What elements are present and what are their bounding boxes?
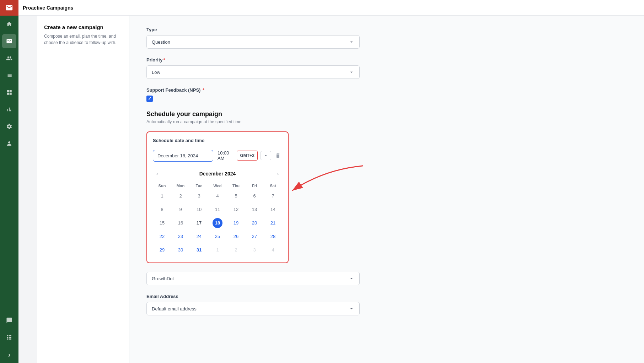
delete-schedule-button[interactable] (274, 150, 282, 161)
calendar-day[interactable]: 23 (171, 230, 190, 243)
calendar-day[interactable]: 14 (264, 203, 282, 216)
type-field-group: Type Question (146, 27, 627, 49)
calendar-day[interactable]: 1 (153, 189, 171, 203)
main-content: Type Question Priority* Low Support Feed… (129, 16, 644, 363)
schedule-section: Schedule your campaign Automatically run… (146, 110, 627, 263)
nps-label: Support Feedback (NPS) * (146, 87, 627, 93)
chevron-down-icon (349, 69, 354, 75)
cal-header-sun: Sun (153, 182, 171, 189)
schedule-desc: Automatically run a campaign at the spec… (146, 119, 627, 124)
cal-header-mon: Mon (171, 182, 190, 189)
calendar-day[interactable]: 11 (208, 203, 227, 216)
calendar-day[interactable]: 25 (208, 230, 227, 243)
schedule-wrapper: Schedule date and time 10:00 AM GMT+2 (146, 131, 289, 263)
calendar-day[interactable]: 18 (208, 216, 227, 230)
calendar-day[interactable]: 4 (264, 243, 282, 257)
calendar-day[interactable]: 3 (245, 243, 264, 257)
calendar-day[interactable]: 17 (190, 216, 208, 230)
calendar: ‹ December 2024 › Sun Mon Tue Wed (153, 169, 282, 257)
cal-header-thu: Thu (227, 182, 245, 189)
timezone-badge: GMT+2 (237, 151, 257, 161)
nps-field-group: Support Feedback (NPS) * (146, 87, 627, 102)
calendar-day[interactable]: 19 (227, 216, 245, 230)
calendar-day[interactable]: 29 (153, 243, 171, 257)
calendar-day[interactable]: 20 (245, 216, 264, 230)
cal-header-tue: Tue (190, 182, 208, 189)
email-address-label: Email Address (146, 294, 627, 299)
type-label: Type (146, 27, 627, 32)
left-panel: Create a new campaign Compose an email, … (37, 16, 129, 363)
calendar-day[interactable]: 24 (190, 230, 208, 243)
calendar-day[interactable]: 31 (190, 243, 208, 257)
email-address-select[interactable]: Default email address (146, 302, 360, 315)
create-campaign-desc: Compose an email, plan the time, and cho… (44, 33, 122, 46)
calendar-header: ‹ December 2024 › (153, 169, 282, 178)
settings-icon[interactable] (2, 119, 16, 134)
calendar-day[interactable]: 27 (245, 230, 264, 243)
calendar-day[interactable]: 6 (245, 189, 264, 203)
chevron-down-icon (349, 276, 354, 281)
nps-checkbox[interactable] (146, 96, 153, 102)
calendar-day[interactable]: 26 (227, 230, 245, 243)
sidebar: › (0, 16, 18, 363)
priority-label: Priority* (146, 57, 627, 63)
user-management-icon[interactable] (2, 136, 16, 151)
calendar-day[interactable]: 3 (190, 189, 208, 203)
calendar-grid: Sun Mon Tue Wed Thu Fri Sat 123 (153, 182, 282, 257)
calendar-day[interactable]: 21 (264, 216, 282, 230)
calendar-day[interactable]: 28 (264, 230, 282, 243)
nps-checkbox-wrapper (146, 96, 627, 102)
calendar-day[interactable]: 4 (208, 189, 227, 203)
date-input[interactable] (153, 150, 213, 162)
date-time-row: 10:00 AM GMT+2 (153, 147, 282, 164)
app-title: Proactive Campaigns (23, 5, 73, 11)
expand-icon[interactable]: › (2, 347, 16, 362)
cal-header-sat: Sat (264, 182, 282, 189)
calendar-day[interactable]: 12 (227, 203, 245, 216)
calendar-day[interactable]: 5 (227, 189, 245, 203)
calendar-day[interactable]: 30 (171, 243, 190, 257)
bottom-select1-value: GrowthDot (152, 276, 174, 281)
bottom-select1-group: GrowthDot (146, 272, 627, 285)
apps-icon[interactable] (2, 330, 16, 345)
mail-icon[interactable] (2, 34, 16, 48)
priority-select[interactable]: Low (146, 65, 360, 79)
calendar-prev-button[interactable]: ‹ (153, 169, 161, 178)
calendar-day[interactable]: 2 (227, 243, 245, 257)
email-address-value: Default email address (152, 306, 197, 311)
bottom-select1[interactable]: GrowthDot (146, 272, 360, 285)
calendar-next-button[interactable]: › (274, 169, 282, 178)
chart-icon[interactable] (2, 102, 16, 117)
users-icon[interactable] (2, 51, 16, 65)
schedule-box: Schedule date and time 10:00 AM GMT+2 (146, 131, 289, 263)
calendar-month-year: December 2024 (199, 171, 236, 177)
schedule-title: Schedule your campaign (146, 110, 627, 118)
calendar-day[interactable]: 8 (153, 203, 171, 216)
time-display: 10:00 AM (216, 147, 234, 164)
home-icon[interactable] (2, 17, 16, 31)
calendar-day[interactable]: 1 (208, 243, 227, 257)
calendar-day[interactable]: 13 (245, 203, 264, 216)
dashboard-icon[interactable] (2, 85, 16, 99)
timezone-dropdown[interactable] (261, 151, 271, 160)
app-logo (0, 0, 18, 16)
calendar-day[interactable]: 9 (171, 203, 190, 216)
cal-header-wed: Wed (208, 182, 227, 189)
priority-field-group: Priority* Low (146, 57, 627, 79)
calendar-day[interactable]: 2 (171, 189, 190, 203)
list-icon[interactable] (2, 68, 16, 82)
priority-value: Low (152, 70, 160, 75)
chevron-down-icon (349, 306, 354, 311)
chat-icon[interactable] (2, 313, 16, 327)
type-select[interactable]: Question (146, 35, 360, 49)
calendar-day[interactable]: 15 (153, 216, 171, 230)
calendar-day[interactable]: 16 (171, 216, 190, 230)
calendar-day[interactable]: 10 (190, 203, 208, 216)
arrow-annotation (289, 162, 367, 206)
email-address-field-group: Email Address Default email address (146, 294, 627, 315)
type-value: Question (152, 39, 170, 45)
chevron-down-icon (349, 39, 354, 45)
calendar-day[interactable]: 7 (264, 189, 282, 203)
calendar-day[interactable]: 22 (153, 230, 171, 243)
create-campaign-title: Create a new campaign (44, 24, 122, 30)
